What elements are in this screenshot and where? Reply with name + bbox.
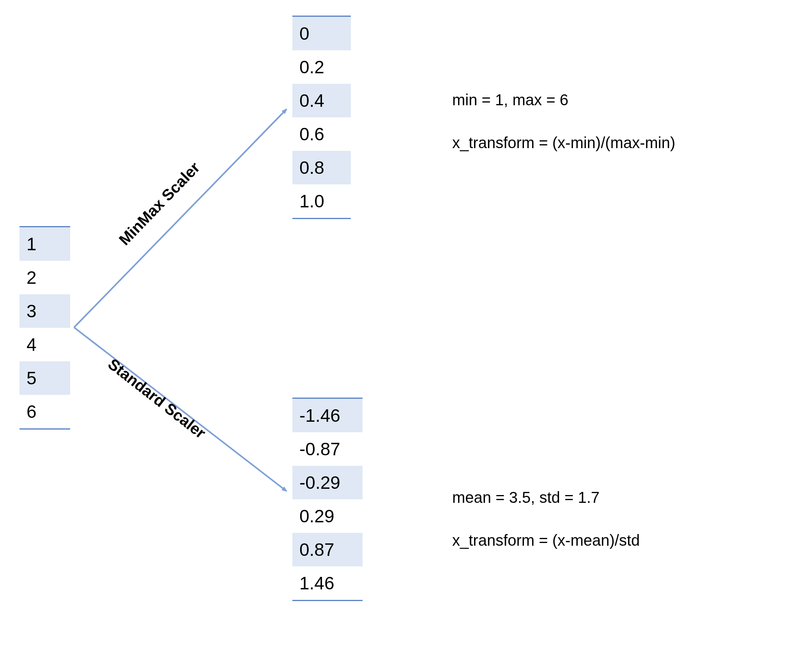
standard-cell: -0.87 — [292, 432, 363, 466]
minmax-cell: 1.0 — [292, 184, 351, 218]
input-column: 1 2 3 4 5 6 — [19, 226, 70, 428]
minmax-cell: 0 — [292, 17, 351, 50]
input-cell: 2 — [19, 261, 70, 294]
input-cell: 5 — [19, 361, 70, 395]
minmax-formula: x_transform = (x-min)/(max-min) — [452, 133, 675, 153]
standard-column: -1.46 -0.87 -0.29 0.29 0.87 1.46 — [292, 398, 363, 600]
minmax-label: MinMax Scaler — [115, 159, 203, 249]
minmax-cell: 0.6 — [292, 117, 351, 151]
minmax-column: 0 0.2 0.4 0.6 0.8 1.0 — [292, 16, 351, 218]
input-cell: 3 — [19, 294, 70, 328]
standard-formula: x_transform = (x-mean)/std — [452, 530, 640, 550]
standard-cell: -0.29 — [292, 466, 363, 499]
standard-cell: -1.46 — [292, 399, 363, 432]
input-cell: 6 — [19, 395, 70, 428]
standard-cell: 1.46 — [292, 566, 363, 600]
standard-label: Standard Scaler — [104, 355, 209, 442]
input-cell: 1 — [19, 227, 70, 261]
scaler-diagram: 1 2 3 4 5 6 0 0.2 0.4 0.6 0.8 1.0 -1.46 … — [0, 0, 805, 672]
minmax-cell: 0.4 — [292, 84, 351, 117]
svg-line-0 — [74, 109, 287, 327]
standard-params: mean = 3.5, std = 1.7 — [452, 487, 600, 508]
standard-cell: 0.87 — [292, 533, 363, 566]
minmax-cell: 0.8 — [292, 151, 351, 184]
arrows-svg — [0, 0, 805, 672]
minmax-cell: 0.2 — [292, 50, 351, 84]
input-cell: 4 — [19, 328, 70, 361]
standard-cell: 0.29 — [292, 499, 363, 533]
minmax-params: min = 1, max = 6 — [452, 90, 568, 110]
